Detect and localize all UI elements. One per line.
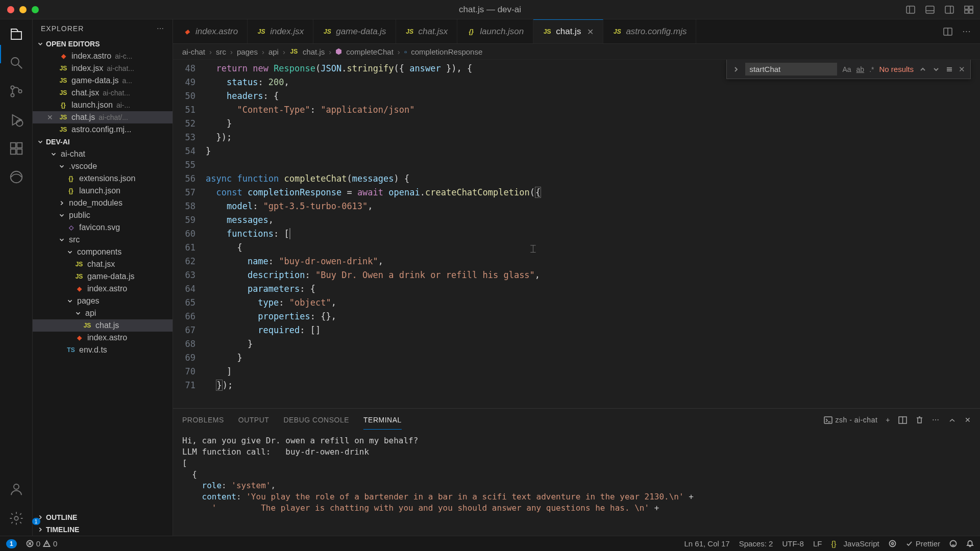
chevron-right-icon[interactable] (732, 65, 740, 73)
prev-match-icon[interactable] (919, 65, 927, 73)
window-title: chat.js — dev-ai (459, 5, 521, 15)
open-editors-section[interactable]: OPEN EDITORS (33, 38, 173, 50)
svg-line-11 (18, 65, 22, 69)
tab-index-jsx[interactable]: JSindex.jsx (248, 19, 313, 43)
tree-file[interactable]: JSchat.js (33, 319, 173, 332)
trash-icon[interactable] (915, 416, 924, 424)
chevron-up-icon[interactable] (948, 416, 957, 424)
svg-rect-9 (969, 10, 973, 13)
code-content[interactable]: return new Response(JSON.stringify({ ans… (206, 60, 980, 408)
close-panel-icon[interactable]: ✕ (965, 416, 971, 424)
tree-folder[interactable]: .vscode (33, 160, 173, 172)
tree-folder[interactable]: api (33, 307, 173, 319)
panel-left-icon[interactable] (905, 5, 916, 15)
prettier-status[interactable]: Prettier (905, 539, 940, 548)
tab-terminal[interactable]: TERMINAL (363, 411, 402, 430)
tab-output[interactable]: OUTPUT (238, 411, 270, 429)
open-editor-item[interactable]: JSgame-data.js a... (33, 74, 173, 87)
tab-chat-js[interactable]: JSchat.js✕ (533, 19, 603, 43)
open-editor-item[interactable]: {}launch.json ai-... (33, 99, 173, 111)
panel-bottom-icon[interactable] (925, 5, 935, 15)
run-debug-icon[interactable] (9, 112, 24, 128)
tree-file[interactable]: {}extensions.json (33, 172, 173, 185)
notifications-icon[interactable] (966, 540, 974, 547)
tree-folder[interactable]: src (33, 234, 173, 246)
svg-point-22 (14, 516, 18, 520)
bottom-panel: PROBLEMS OUTPUT DEBUG CONSOLE TERMINAL z… (173, 408, 980, 536)
tree-folder[interactable]: ai-chat (33, 148, 173, 160)
tab-astro-config[interactable]: JSastro.config.mjs (603, 19, 696, 43)
source-control-icon[interactable] (9, 84, 24, 99)
split-editor-icon[interactable] (943, 27, 953, 37)
language-mode[interactable]: {} JavaScript (831, 539, 879, 548)
feedback-icon[interactable] (949, 540, 957, 547)
maximize-window[interactable] (32, 6, 39, 13)
match-word-icon[interactable]: ab (856, 65, 865, 73)
tree-folder[interactable]: node_modules (33, 197, 173, 209)
find-in-selection-icon[interactable] (945, 65, 953, 73)
tree-file[interactable]: ◇favicon.svg (33, 221, 173, 234)
go-to-line-icon[interactable] (889, 540, 896, 547)
tab-debug-console[interactable]: DEBUG CONSOLE (283, 411, 349, 429)
explorer-icon[interactable] (9, 27, 24, 42)
more-icon[interactable]: ⋯ (157, 24, 164, 33)
gear-icon[interactable] (9, 511, 24, 526)
tree-file[interactable]: JSchat.jsx (33, 258, 173, 270)
tree-file[interactable]: JSgame-data.js (33, 270, 173, 283)
close-icon[interactable]: ✕ (47, 113, 55, 121)
editor-body[interactable]: Aa ab .* No results ✕ 484950515253545556… (173, 60, 980, 408)
tree-folder[interactable]: public (33, 209, 173, 221)
breadcrumbs[interactable]: ai-chat› src› pages› api› JSchat.js› ⬢ c… (173, 44, 980, 60)
outline-section[interactable]: OUTLINE (33, 511, 173, 523)
new-terminal-icon[interactable]: + (886, 416, 890, 424)
terminal-shell[interactable]: zsh - ai-chat (824, 416, 878, 424)
indentation[interactable]: Spaces: 2 (739, 539, 773, 548)
cursor-position[interactable]: Ln 61, Col 17 (684, 539, 729, 548)
open-editor-item[interactable]: JSastro.config.mj... (33, 123, 173, 136)
search-icon[interactable] (9, 55, 24, 70)
svg-point-37 (950, 541, 957, 547)
tree-file[interactable]: ◆index.astro (33, 332, 173, 344)
project-section[interactable]: DEV-AI (33, 136, 173, 148)
tab-chat-jsx[interactable]: JSchat.jsx (396, 19, 458, 43)
match-case-icon[interactable]: Aa (842, 65, 851, 73)
more-icon[interactable]: ⋯ (962, 26, 971, 37)
layout-grid-icon[interactable] (964, 5, 974, 15)
settings-icon-wrap[interactable]: 1 (9, 511, 24, 529)
tab-index-astro[interactable]: ◆index.astro (173, 19, 248, 43)
open-editor-item[interactable]: ◆index.astro ai-c... (33, 50, 173, 62)
open-editor-item[interactable]: ✕JSchat.js ai-chat/... (33, 111, 173, 123)
more-icon[interactable]: ⋯ (932, 416, 940, 424)
extensions-icon[interactable] (9, 141, 24, 156)
find-input[interactable] (745, 63, 837, 76)
svg-rect-16 (10, 143, 15, 148)
open-editor-item[interactable]: JSindex.jsx ai-chat... (33, 62, 173, 74)
panel-right-icon[interactable] (944, 5, 954, 15)
tab-game-data[interactable]: JSgame-data.js (313, 19, 396, 43)
edge-icon[interactable] (9, 169, 24, 185)
terminal-output[interactable]: Hi, can you give Dr. owen a refill on my… (173, 431, 980, 536)
close-icon[interactable]: ✕ (587, 27, 594, 37)
tab-launch-json[interactable]: {}launch.json (457, 19, 533, 43)
tab-problems[interactable]: PROBLEMS (182, 411, 224, 429)
open-editor-item[interactable]: JSchat.jsx ai-chat... (33, 87, 173, 99)
next-match-icon[interactable] (932, 65, 940, 73)
account-icon[interactable] (9, 482, 24, 497)
account-icon-wrap[interactable] (9, 482, 24, 499)
tree-file[interactable]: ◆index.astro (33, 283, 173, 295)
minimize-window[interactable] (19, 6, 27, 13)
split-terminal-icon[interactable] (898, 416, 907, 424)
tree-file[interactable]: {}launch.json (33, 185, 173, 197)
eol[interactable]: LF (813, 539, 822, 548)
problems-indicator[interactable]: 0 0 (26, 539, 58, 548)
close-find-icon[interactable]: ✕ (959, 65, 965, 74)
encoding[interactable]: UTF-8 (782, 539, 804, 548)
svg-rect-28 (824, 417, 832, 423)
close-window[interactable] (7, 6, 14, 13)
remote-indicator[interactable]: 1 (6, 539, 17, 548)
timeline-section[interactable]: TIMELINE (33, 523, 173, 536)
regex-icon[interactable]: .* (869, 65, 874, 73)
tree-folder[interactable]: components (33, 246, 173, 258)
tree-folder[interactable]: pages (33, 295, 173, 307)
tree-file[interactable]: TSenv.d.ts (33, 344, 173, 356)
